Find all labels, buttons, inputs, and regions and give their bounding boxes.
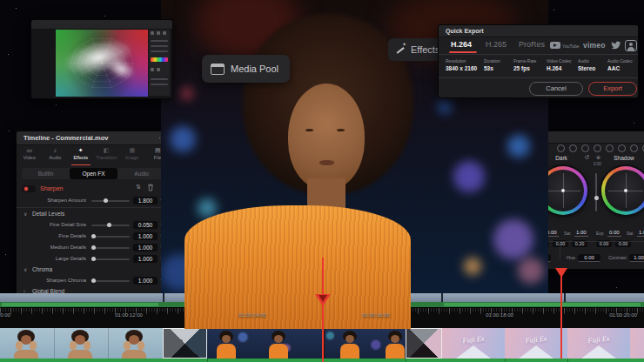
scope-tool-icon[interactable] [157, 68, 160, 71]
param-row: Large Details 1.000 + ↺ [17, 253, 171, 265]
tab-video[interactable]: ▭Video [17, 145, 43, 166]
hue-value[interactable]: 0.00 [578, 254, 600, 262]
wheel-master-slider[interactable] [595, 173, 597, 211]
scope-titlebar[interactable] [31, 20, 172, 30]
slider-handle[interactable] [104, 198, 108, 203]
subtab-openfx[interactable]: Open FX [70, 168, 117, 179]
tab-h264[interactable]: H.264 [451, 40, 472, 49]
reorder-icon[interactable]: ⇅ [136, 184, 141, 191]
scope-slider[interactable] [151, 40, 168, 42]
tab-audio[interactable]: ♪Audio [43, 145, 69, 166]
sat-value[interactable]: 1.00 [637, 230, 644, 237]
transition-clip[interactable] [406, 328, 442, 359]
clip-city-night[interactable] [207, 328, 406, 359]
clip-separator [564, 293, 566, 302]
chroma-header[interactable]: ∨ Chroma [17, 265, 171, 275]
scope-tool-icon[interactable] [151, 31, 154, 35]
clip-laughing-woman[interactable] [0, 328, 163, 359]
zone-icon[interactable] [581, 144, 589, 152]
tab-effects[interactable]: ✦Effects [68, 145, 94, 166]
frame-separator [108, 328, 109, 359]
scope-slider[interactable] [151, 50, 168, 52]
slider-track[interactable] [91, 280, 130, 282]
contrast-label: Contrast [608, 255, 627, 260]
scope-slider[interactable] [151, 78, 168, 80]
contrast-value[interactable]: 1.000 [629, 254, 644, 262]
param-row: Fine Detail Size 0.050 + ↺ [17, 219, 171, 231]
cancel-button[interactable]: Cancel [529, 82, 583, 96]
scope-color-field[interactable] [56, 30, 148, 97]
reset-icon[interactable]: ↺ [584, 154, 589, 161]
scope-tool-icon[interactable] [151, 68, 154, 71]
media-pool-button[interactable]: Media Pool [202, 55, 290, 83]
param-label: Large Details [17, 256, 86, 261]
slider-track[interactable] [91, 200, 130, 202]
tab-image[interactable]: ▦Image [119, 145, 145, 166]
scope-tool-icon[interactable] [157, 31, 160, 35]
zone-icon[interactable] [618, 144, 626, 152]
scope-slider[interactable] [151, 45, 168, 47]
trash-icon[interactable] [147, 184, 154, 191]
hue-strip[interactable] [151, 57, 168, 62]
slider-track[interactable] [91, 247, 130, 249]
scope-tool-icon[interactable] [163, 31, 166, 35]
slider-handle[interactable] [91, 234, 96, 238]
subject-eye [337, 129, 345, 131]
bokeh-light [198, 198, 217, 218]
hue-label: Hue [567, 255, 575, 260]
tab-transition[interactable]: ◧Transition [94, 145, 120, 166]
field-value: Stereo [578, 65, 595, 71]
subtab-audio[interactable]: Audio [117, 168, 165, 179]
active-tab-underline [449, 51, 477, 53]
sat-value[interactable]: 1.00 [574, 230, 588, 237]
param-value[interactable]: 1.000 [133, 232, 158, 240]
wheel-range-value[interactable]: 0.00 [594, 162, 601, 166]
slider-handle[interactable] [107, 223, 111, 227]
slider-track[interactable] [91, 258, 130, 260]
youtube-label[interactable]: YouTube [562, 44, 580, 49]
scope-slider[interactable] [151, 84, 168, 85]
zone-icon[interactable] [594, 144, 601, 152]
param-value[interactable]: 1.000 [133, 255, 158, 263]
thumbnail-frame: Fuji Ex [505, 328, 567, 359]
playhead2-line[interactable] [560, 275, 562, 359]
wheel-handle[interactable] [561, 189, 565, 192]
color-wheel[interactable] [601, 166, 644, 215]
exp-value[interactable]: 0.00 [607, 230, 621, 237]
magic-wand-icon [395, 44, 406, 55]
subject-face [288, 84, 365, 190]
export-button[interactable]: Export [588, 82, 637, 96]
param-value[interactable]: 1.000 [133, 244, 158, 251]
twitter-icon[interactable] [611, 40, 621, 50]
vimeo-logo[interactable]: vimeo [583, 41, 606, 50]
slider-track[interactable] [91, 236, 130, 238]
tab-h265[interactable]: H.265 [486, 40, 506, 49]
media-pool-icon [211, 64, 225, 75]
youtube-icon[interactable] [550, 42, 560, 49]
slider-handle[interactable] [91, 278, 96, 283]
zone-icon[interactable] [606, 144, 614, 152]
zone-icon[interactable] [557, 144, 565, 152]
subtab-builtin[interactable]: Builtin [22, 168, 70, 179]
param-value[interactable]: 1.800 [133, 197, 158, 204]
tab-prores[interactable]: ProRes [519, 40, 545, 49]
effect-enable-toggle[interactable] [22, 185, 36, 192]
param-value[interactable]: 1.000 [133, 277, 158, 285]
playhead2-marker[interactable] [555, 268, 567, 278]
slider-handle[interactable] [91, 245, 96, 250]
transition-clip[interactable] [163, 328, 207, 359]
zone-icon[interactable] [569, 144, 577, 152]
zone-icon[interactable] [630, 144, 638, 152]
detail-levels-header[interactable]: ∨ Detail Levels [17, 209, 171, 219]
timecode: 01:00:16:00 [350, 312, 402, 318]
param-row: Sharpen Amount 1.800 + ↺ [17, 195, 171, 206]
playhead-marker[interactable] [315, 294, 331, 306]
frameio-icon[interactable] [625, 40, 637, 51]
slider-handle[interactable] [91, 257, 96, 261]
clip-fuji[interactable]: Fuji Ex Fuji Ex Fuji Ex Fuji Ex [442, 328, 644, 359]
playhead-line[interactable] [322, 258, 324, 362]
timecode: 01:00:12:00 [103, 312, 155, 318]
param-row: Medium Details 1.000 + ↺ [17, 242, 171, 253]
wheel-handle[interactable] [624, 189, 627, 192]
param-value[interactable]: 0.050 [133, 221, 158, 229]
